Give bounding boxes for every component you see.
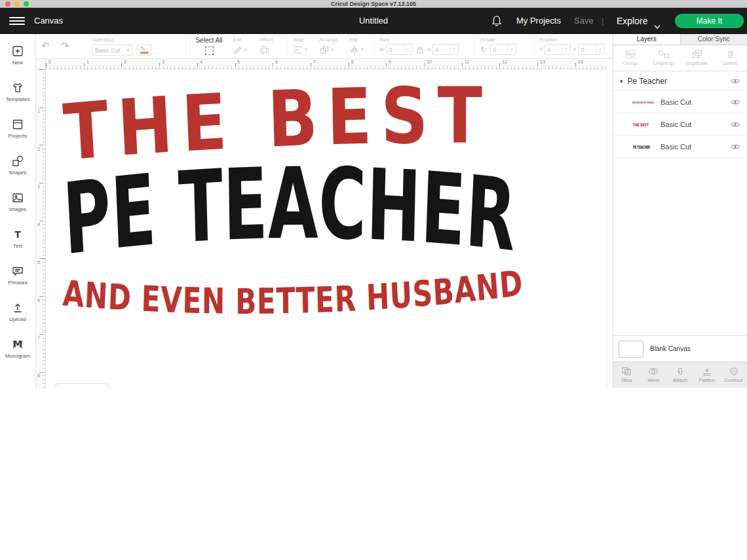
position-y-stepper[interactable]: ▴▾ — [596, 45, 603, 54]
window-title: Cricut Design Space v7.13.105 — [0, 0, 747, 8]
sidebar-item-images[interactable]: Images — [0, 183, 35, 220]
menu-button[interactable] — [9, 17, 25, 26]
undo-button[interactable]: ↶ — [41, 40, 50, 52]
height-input[interactable] — [433, 45, 450, 54]
flatten-button[interactable]: Flatten — [693, 362, 720, 388]
chevron-down-icon — [654, 20, 661, 31]
layer-row[interactable]: AND EVEN BETTER HUSBAND Basic Cut — [613, 91, 747, 113]
weld-button[interactable]: Weld — [640, 362, 667, 388]
visibility-eye-icon[interactable] — [730, 143, 740, 150]
ungroup-button[interactable]: Ungroup — [647, 45, 680, 71]
delete-button[interactable]: Delete — [714, 45, 747, 71]
tab-layers[interactable]: Layers — [613, 34, 680, 45]
contour-icon — [729, 367, 739, 376]
linetype-color-swatch — [140, 52, 149, 54]
select-all-button[interactable]: Select All — [192, 37, 226, 55]
linetype-color-button[interactable]: ✎ — [137, 45, 151, 56]
notifications-bell-icon[interactable] — [491, 15, 502, 29]
chevron-down-icon[interactable]: ▾ — [620, 78, 623, 84]
select-all-label: Select All — [192, 37, 226, 44]
duplicate-icon — [691, 50, 703, 59]
layer-row[interactable]: THE BEST Basic Cut — [613, 113, 747, 136]
shapes-icon — [11, 155, 24, 168]
layer-row[interactable]: PE TEACHER Basic Cut — [613, 136, 747, 158]
position-label: Position — [539, 37, 605, 43]
blank-canvas-row[interactable]: Blank Canvas — [613, 335, 747, 362]
offset-button[interactable]: Offset — [259, 37, 273, 55]
flip-button[interactable]: Flip ▾ — [349, 37, 364, 55]
group-button[interactable]: Group — [613, 45, 647, 71]
visibility-eye-icon[interactable] — [730, 99, 740, 105]
upload-icon — [11, 301, 24, 314]
sidebar-item-monogram[interactable]: M Monogram — [0, 330, 35, 367]
projects-icon — [11, 118, 24, 131]
position-y-field[interactable]: ▴▾ — [579, 44, 605, 55]
canvas-scrollbar-gutter[interactable] — [606, 69, 613, 388]
sidebar-item-templates[interactable]: Templates — [0, 73, 35, 110]
position-x-stepper[interactable]: ▴▾ — [562, 45, 569, 54]
sidebar-item-shapes[interactable]: Shapes — [0, 147, 35, 183]
make-it-button[interactable]: Make It — [675, 14, 744, 28]
contour-button[interactable]: Contour — [720, 362, 747, 388]
width-input[interactable] — [387, 45, 404, 54]
design-artwork[interactable]: THE BEST PE TEACHER AND EVEN BETTER HUSB… — [46, 69, 606, 388]
width-field[interactable]: ▴▾ — [387, 44, 413, 55]
layer-group-row[interactable]: ▾ Pe Teacher — [613, 71, 747, 91]
group-icon — [624, 50, 636, 59]
my-projects-link[interactable]: My Projects — [516, 8, 561, 34]
flatten-icon — [702, 367, 712, 376]
edit-button[interactable]: Edit ▾ — [233, 37, 247, 55]
operation-select[interactable]: Basic Cut▾ — [92, 45, 132, 56]
horizontal-ruler: 0 1 2 3 4 5 6 7 8 9 10 11 12 13 14 — [46, 59, 606, 69]
tab-color-sync[interactable]: Color Sync — [680, 34, 747, 45]
weld-icon — [648, 367, 659, 376]
zoom-control[interactable] — [54, 383, 110, 388]
svg-text:THE BEST: THE BEST — [633, 122, 649, 128]
position-x-input[interactable] — [545, 45, 562, 54]
sidebar-item-projects[interactable]: Projects — [0, 110, 35, 147]
slice-icon — [621, 367, 632, 376]
width-stepper[interactable]: ▴▾ — [404, 45, 412, 54]
layer-group-name: Pe Teacher — [628, 77, 668, 86]
arrange-icon — [319, 45, 330, 55]
chevron-down-icon: ▾ — [305, 47, 307, 52]
header-divider: | — [602, 8, 603, 34]
redo-button[interactable]: ↷ — [61, 40, 69, 52]
attach-icon — [675, 367, 685, 376]
explore-menu[interactable]: Explore — [617, 8, 647, 34]
operation-label: Operation — [92, 37, 165, 43]
sidebar-item-phrases[interactable]: Phrases — [0, 257, 35, 293]
slice-button[interactable]: Slice — [613, 362, 640, 388]
lock-aspect-icon[interactable] — [415, 45, 425, 54]
rotate-stepper[interactable]: ▴▾ — [508, 45, 515, 54]
rotate-input[interactable] — [491, 45, 508, 54]
attach-button[interactable]: Attach — [667, 362, 694, 388]
plus-icon — [11, 45, 24, 58]
rotate-icon[interactable]: ↻ — [480, 45, 487, 54]
visibility-eye-icon[interactable] — [730, 121, 740, 128]
chevron-down-icon: ▾ — [244, 47, 247, 52]
rotate-label: Rotate — [480, 37, 516, 43]
svg-text:T: T — [14, 229, 21, 240]
ungroup-icon — [658, 50, 670, 59]
align-button[interactable]: Align ▾ — [293, 37, 307, 55]
edit-pencil-icon — [233, 45, 243, 55]
height-stepper[interactable]: ▴▾ — [450, 45, 457, 54]
blank-canvas-swatch[interactable] — [619, 341, 643, 358]
sidebar-item-upload[interactable]: Upload — [0, 293, 35, 330]
monogram-icon: M — [11, 338, 24, 351]
height-field[interactable]: ▴▾ — [432, 44, 459, 55]
visibility-eye-icon[interactable] — [730, 78, 740, 84]
size-label: Size — [379, 37, 459, 43]
sidebar-item-text[interactable]: T Text — [0, 220, 35, 257]
position-y-input[interactable] — [579, 45, 596, 54]
position-x-field[interactable]: ▴▾ — [545, 44, 571, 55]
sidebar-item-new[interactable]: New — [0, 37, 35, 73]
arrange-button[interactable]: Arrange ▾ — [319, 37, 337, 55]
duplicate-button[interactable]: Duplicate — [680, 45, 714, 71]
blank-canvas-label: Blank Canvas — [650, 345, 691, 352]
rotate-field[interactable]: ▴▾ — [490, 44, 516, 55]
design-canvas[interactable]: THE BEST PE TEACHER AND EVEN BETTER HUSB… — [46, 69, 606, 388]
save-button[interactable]: Save — [574, 8, 594, 34]
svg-text:M: M — [13, 339, 22, 349]
